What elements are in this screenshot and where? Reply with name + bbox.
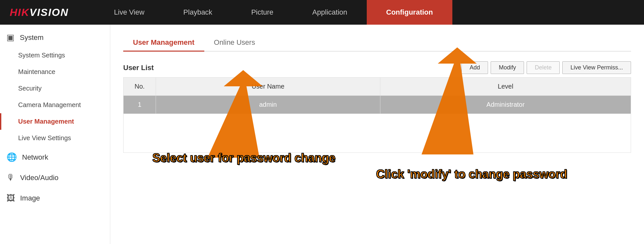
sidebar-label-video-audio: Video/Audio (20, 174, 58, 182)
sidebar-item-user-management[interactable]: User Management (0, 113, 110, 130)
user-list-header: User List Add Modify Delete Live View Pe… (123, 61, 631, 74)
sidebar-item-security[interactable]: Security (0, 80, 110, 97)
button-group: Add Modify Delete Live View Permiss... (461, 61, 631, 74)
sidebar: ▣ System System Settings Maintenance Sec… (0, 25, 110, 244)
cell-no: 1 (124, 96, 156, 114)
tabs: User Management Online Users (123, 34, 631, 52)
main-content: User Management Online Users User List A… (110, 25, 644, 244)
nav-configuration[interactable]: Configuration (367, 0, 452, 25)
sidebar-section-network: 🌐 Network (0, 148, 110, 167)
sidebar-section-image: 🖼 Image (0, 189, 110, 208)
modify-button[interactable]: Modify (491, 61, 524, 74)
layout: ▣ System System Settings Maintenance Sec… (0, 25, 644, 244)
sidebar-section-system: ▣ System System Settings Maintenance Sec… (0, 28, 110, 146)
network-icon: 🌐 (6, 152, 17, 162)
header: HIKVISION Live View Playback Picture App… (0, 0, 644, 25)
sidebar-item-live-view-settings[interactable]: Live View Settings (0, 130, 110, 146)
add-button[interactable]: Add (461, 61, 488, 74)
col-username: User Name (156, 78, 380, 96)
tab-online-users[interactable]: Online Users (204, 34, 265, 52)
nav-application[interactable]: Application (293, 0, 367, 25)
annotation-text1: Select user for password change (152, 151, 335, 165)
table-row[interactable]: 1 admin Administrator (124, 96, 631, 114)
cell-username: admin (156, 96, 380, 114)
user-list-title: User List (123, 64, 154, 72)
sidebar-label-network: Network (22, 153, 48, 162)
live-view-perms-button[interactable]: Live View Permiss... (562, 61, 631, 74)
col-level: Level (380, 78, 631, 96)
sidebar-item-system-settings[interactable]: System Settings (0, 47, 110, 64)
sidebar-header-network[interactable]: 🌐 Network (0, 148, 110, 167)
nav-picture[interactable]: Picture (232, 0, 293, 25)
video-audio-icon: 🎙 (6, 173, 15, 183)
sidebar-label-system: System (20, 33, 43, 42)
col-no: No. (124, 78, 156, 96)
cell-level: Administrator (380, 96, 631, 114)
annotation-text2: Click 'modify' to change password (376, 167, 567, 181)
sidebar-label-image: Image (20, 194, 40, 202)
user-table: No. User Name Level 1 admin Administrato… (123, 77, 631, 153)
sidebar-item-maintenance[interactable]: Maintenance (0, 64, 110, 80)
sidebar-item-camera-management[interactable]: Camera Management (0, 97, 110, 113)
table-row-empty (124, 114, 631, 153)
delete-button[interactable]: Delete (527, 61, 560, 74)
sidebar-header-video-audio[interactable]: 🎙 Video/Audio (0, 168, 110, 187)
nav-menu: Live View Playback Picture Application C… (95, 0, 644, 25)
sidebar-header-system[interactable]: ▣ System (0, 28, 110, 47)
system-icon: ▣ (6, 32, 15, 43)
sidebar-header-image[interactable]: 🖼 Image (0, 189, 110, 208)
sidebar-section-video-audio: 🎙 Video/Audio (0, 168, 110, 187)
image-icon: 🖼 (6, 193, 15, 203)
logo: HIKVISION (10, 6, 69, 18)
nav-playback[interactable]: Playback (164, 0, 232, 25)
nav-live-view[interactable]: Live View (95, 0, 164, 25)
tab-user-management[interactable]: User Management (123, 34, 204, 52)
